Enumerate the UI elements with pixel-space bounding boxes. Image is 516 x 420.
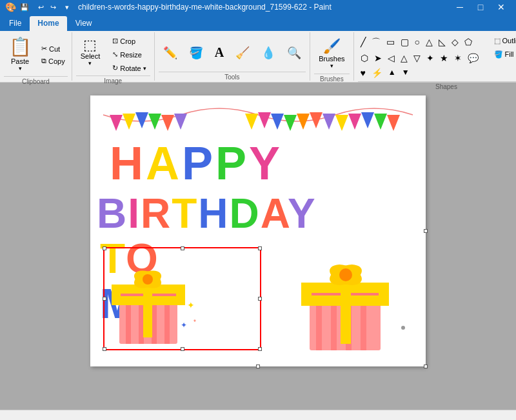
triangle-shape[interactable]: △ (423, 35, 435, 50)
clipboard-label: Clipboard (4, 76, 68, 85)
image-section: ⬚ Select ▾ ⊡ Crop ⤡ Resize ↻ Rotate ▾ (72, 32, 155, 81)
paste-icon: 📋 (9, 38, 32, 56)
title-bar: 🎨 💾 ↩ ↪ ▾ children-s-words-happy-birthda… (0, 0, 516, 14)
svg-point-47 (339, 268, 352, 281)
cut-label: Cut (49, 45, 60, 53)
arrow-left-shape[interactable]: ◁ (385, 51, 397, 65)
shapes-label: Shapes (358, 81, 517, 90)
canvas-resize-mr[interactable] (424, 229, 428, 233)
arrow-up-shape[interactable]: △ (398, 51, 410, 65)
paste-label: Paste (11, 57, 29, 65)
select-button[interactable]: ⬚ Select ▾ (76, 35, 105, 70)
select-label: Select (81, 52, 101, 60)
tools-label: Tools (159, 72, 306, 81)
fill-menu-button[interactable]: 🪣 Fill ▾ (490, 48, 517, 61)
text-icon: A (215, 45, 224, 60)
star6-shape[interactable]: ✶ (452, 51, 464, 65)
paste-button[interactable]: 📋 Paste ▾ (4, 35, 36, 75)
brushes-label: Brushes (314, 74, 349, 83)
callout-shape[interactable]: 💬 (465, 51, 481, 65)
rotate-icon: ↻ (112, 64, 118, 72)
right-triangle-shape[interactable]: ◺ (436, 35, 448, 50)
cut-button[interactable]: ✂ Cut (39, 43, 68, 54)
fill-button[interactable]: 🪣 (184, 43, 208, 63)
pencil-icon: ✏️ (163, 46, 177, 60)
cut-icon: ✂ (41, 45, 47, 53)
rotate-label: Rotate (120, 65, 141, 72)
ribbon: 📋 Paste ▾ ✂ Cut ⧉ Copy Clipboard ⬚ Sele (0, 31, 516, 83)
svg-point-48 (401, 326, 405, 330)
fill-icon: 🪣 (189, 46, 203, 60)
eyedropper-button[interactable]: 💧 (257, 43, 280, 63)
crop-label: Crop (120, 37, 135, 45)
select-icon: ⬚ (83, 38, 97, 52)
image-label: Image (76, 75, 150, 85)
scroll-dn[interactable]: ▼ (399, 66, 412, 80)
arrow-down-shape[interactable]: ▽ (411, 51, 423, 65)
resize-label: Resize (120, 51, 142, 59)
brushes-section: 🖌️ Brushes ▾ Brushes (310, 32, 353, 81)
close-button[interactable]: ✕ (491, 0, 511, 14)
arrow-right-shape[interactable]: ➤ (372, 51, 384, 65)
magnify-icon: 🔍 (287, 46, 301, 60)
svg-text:BIRTHDAY: BIRTHDAY (97, 190, 317, 237)
lightning-shape[interactable]: ⚡ (369, 66, 385, 80)
svg-text:*: * (194, 319, 196, 326)
pencil-button[interactable]: ✏️ (159, 43, 182, 63)
scroll-up[interactable]: ▲ (386, 66, 399, 80)
outline-icon: ⬚ (494, 37, 501, 45)
svg-text:✦: ✦ (181, 321, 187, 330)
copy-label: Copy (48, 57, 65, 65)
rotate-button[interactable]: ↻ Rotate ▾ (108, 62, 150, 74)
crop-button[interactable]: ⊡ Crop (108, 35, 150, 47)
tab-home[interactable]: Home (30, 16, 66, 31)
ribbon-tabs: File Home View (0, 14, 516, 31)
canvas-resize-bc[interactable] (256, 365, 260, 368)
fill-label: Fill ▾ (505, 50, 517, 59)
canvas-area: HAPPY BIRTHDAY TO ME! (0, 83, 516, 410)
status-bar (0, 410, 516, 420)
svg-point-33 (143, 274, 153, 285)
heart-shape[interactable]: ♥ (358, 66, 368, 80)
ellipse-shape[interactable]: ○ (412, 35, 422, 50)
curve-shape[interactable]: ⌒ (369, 35, 383, 50)
canvas-resize-br[interactable] (424, 365, 428, 368)
clipboard-section: 📋 Paste ▾ ✂ Cut ⧉ Copy Clipboard (0, 32, 72, 81)
brushes-button[interactable]: 🖌️ Brushes ▾ (314, 35, 349, 72)
shapes-section: ╱ ⌒ ▭ ▢ ○ △ ◺ ◇ ⬠ ⬡ ➤ ◁ △ ▽ ✦ ★ ✶ 💬 ♥ ⚡ (354, 32, 517, 81)
eyedropper-icon: 💧 (261, 46, 275, 60)
copy-button[interactable]: ⧉ Copy (39, 55, 68, 66)
svg-text:✦: ✦ (187, 300, 195, 310)
tab-view[interactable]: View (68, 16, 100, 31)
brushes-icon: 🖌️ (323, 38, 341, 55)
resize-button[interactable]: ⤡ Resize (108, 48, 150, 61)
outline-menu-button[interactable]: ⬚ Outline ▾ (490, 35, 517, 47)
line-shape[interactable]: ╱ (358, 35, 368, 50)
resize-icon: ⤡ (112, 50, 118, 59)
pentagon-shape[interactable]: ⬠ (462, 35, 475, 50)
magnify-button[interactable]: 🔍 (283, 43, 306, 63)
paint-canvas[interactable]: HAPPY BIRTHDAY TO ME! (90, 95, 426, 366)
star5-shape[interactable]: ★ (437, 51, 451, 65)
outline-label: Outline ▾ (502, 37, 517, 45)
star4-shape[interactable]: ✦ (424, 51, 437, 65)
eraser-icon: 🧹 (235, 46, 250, 60)
maximize-button[interactable]: □ (471, 0, 490, 14)
crop-icon: ⊡ (112, 37, 118, 45)
hexagon-shape[interactable]: ⬡ (358, 51, 371, 65)
tab-file[interactable]: File (1, 16, 29, 31)
minimize-button[interactable]: ─ (450, 0, 470, 14)
svg-text:HAPPY: HAPPY (110, 137, 283, 189)
title-text: children-s-words-happy-birthday-me-white… (78, 3, 332, 12)
brushes-text: Brushes (319, 55, 344, 63)
tools-section: ✏️ 🪣 A 🧹 💧 🔍 Tools (155, 32, 310, 81)
fill-bucket-icon: 🪣 (494, 50, 503, 59)
text-button[interactable]: A (210, 42, 228, 63)
eraser-button[interactable]: 🧹 (231, 43, 254, 63)
copy-icon: ⧉ (41, 57, 46, 65)
diamond-shape[interactable]: ◇ (449, 35, 461, 50)
rounded-rect-shape[interactable]: ▢ (398, 35, 412, 50)
rect-shape[interactable]: ▭ (384, 35, 397, 50)
